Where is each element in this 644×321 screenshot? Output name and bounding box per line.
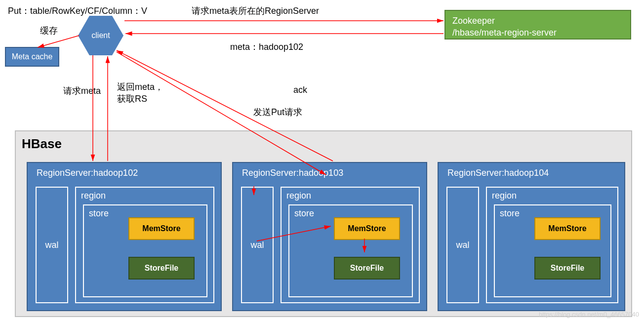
storefile-1: StoreFile xyxy=(334,257,400,280)
cache-label: 缓存 xyxy=(40,25,58,37)
client-node: client xyxy=(78,16,123,55)
region-box-0: region store MemStore StoreFile xyxy=(75,187,214,303)
ack-label: ack xyxy=(293,85,307,95)
store-label-1: store xyxy=(294,208,314,219)
region-server-0: RegionServer:hadoop102 wal region store … xyxy=(27,162,222,311)
store-box-2: store MemStore StoreFile xyxy=(494,204,611,297)
send-put-label: 发送Put请求 xyxy=(253,106,302,118)
store-box-1: store MemStore StoreFile xyxy=(288,204,413,297)
watermark-text: https://blog.csdn.net/m0_46657040 xyxy=(539,311,639,318)
req-meta-rs-label: 请求meta表所在的RegionServer xyxy=(192,5,319,17)
return-meta-line1: 返回meta， xyxy=(117,81,163,93)
memstore-2: MemStore xyxy=(534,217,601,240)
storefile-0: StoreFile xyxy=(128,257,195,280)
wal-label-1: wal xyxy=(242,240,273,250)
rs-title-2: RegionServer:hadoop104 xyxy=(447,168,549,178)
region-box-2: region store MemStore StoreFile xyxy=(486,187,618,303)
wal-box-0: wal xyxy=(36,187,68,303)
zookeeper-line1: Zookeeper xyxy=(452,15,623,27)
zookeeper-box: Zookeeper /hbase/meta-region-server xyxy=(444,10,631,40)
req-meta-label: 请求meta xyxy=(63,85,101,97)
meta-cache-box: Meta cache xyxy=(5,47,59,67)
wal-box-2: wal xyxy=(446,187,479,303)
zookeeper-line2: /hbase/meta-region-server xyxy=(452,27,623,39)
hbase-title: HBase xyxy=(22,136,62,152)
memstore-0: MemStore xyxy=(128,217,195,240)
region-label-0: region xyxy=(81,191,106,201)
arrow-client-to-metacache xyxy=(38,36,79,47)
region-label-2: region xyxy=(492,191,517,201)
region-server-2: RegionServer:hadoop104 wal region store … xyxy=(438,162,625,311)
rs-title-1: RegionServer:hadoop103 xyxy=(242,168,343,178)
wal-box-1: wal xyxy=(241,187,274,303)
region-server-1: RegionServer:hadoop103 wal region store … xyxy=(232,162,427,311)
storefile-2: StoreFile xyxy=(534,257,601,280)
region-box-1: region store MemStore StoreFile xyxy=(281,187,420,303)
memstore-1: MemStore xyxy=(334,217,400,240)
store-label-2: store xyxy=(500,208,520,219)
rs-title-0: RegionServer:hadoop102 xyxy=(37,168,138,178)
put-command-label: Put：table/RowKey/CF/Column：V xyxy=(8,5,147,17)
region-label-1: region xyxy=(286,191,311,201)
store-label-0: store xyxy=(89,208,109,219)
wal-label-2: wal xyxy=(447,240,478,250)
wal-label-0: wal xyxy=(37,240,67,250)
meta-hadoop-label: meta：hadoop102 xyxy=(230,41,303,53)
hbase-container: HBase RegionServer:hadoop102 wal region … xyxy=(15,130,632,317)
return-meta-line2: 获取RS xyxy=(117,93,163,105)
return-meta-label: 返回meta， 获取RS xyxy=(117,81,163,105)
store-box-0: store MemStore StoreFile xyxy=(83,204,207,297)
